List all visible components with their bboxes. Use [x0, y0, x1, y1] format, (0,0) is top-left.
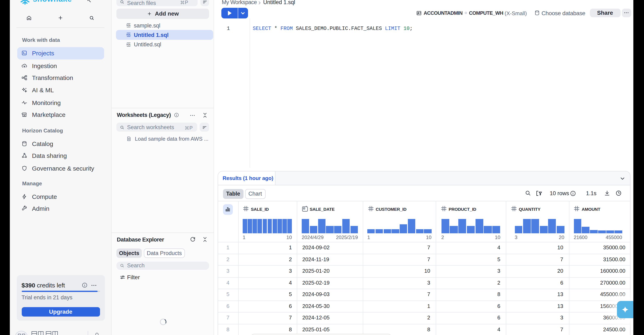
- svg-text:SQL: SQL: [126, 34, 131, 36]
- svg-text:SQL: SQL: [126, 24, 131, 27]
- svg-text:SQL: SQL: [126, 43, 131, 46]
